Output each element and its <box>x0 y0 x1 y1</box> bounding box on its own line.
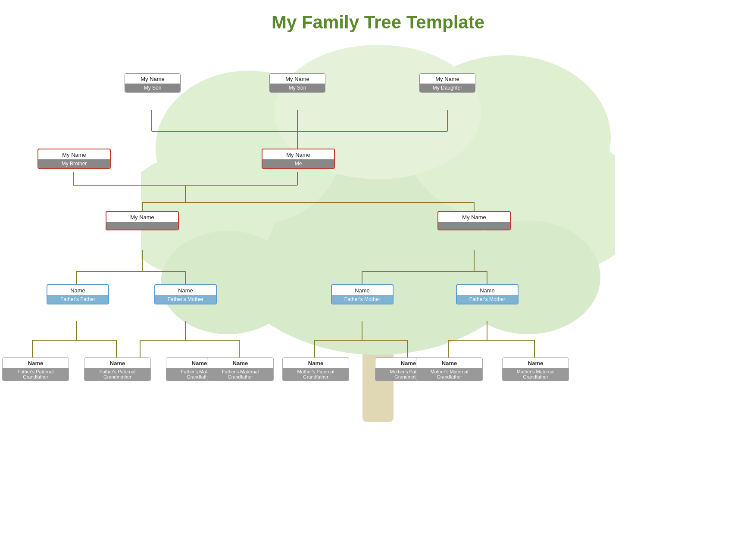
ggp2-label: Father's Paternal Grandmother <box>84 368 150 381</box>
brother-label: My Brother <box>38 159 110 168</box>
ggp4-name: Name <box>207 358 273 368</box>
pat-gm-node[interactable]: Name Father's Mother <box>154 284 217 304</box>
ggp8-label: Mother's Maternal Grandfather <box>503 368 569 381</box>
ggp7-name: Name <box>416 358 482 368</box>
mat-gf-node[interactable]: Name Father's Mother <box>331 284 394 304</box>
child1-name: My Name <box>125 74 180 84</box>
ggp4-node[interactable]: Name Father's Maternal Grandfather <box>207 357 274 381</box>
me-node[interactable]: My Name Me <box>262 149 335 169</box>
pat-gm-name: Name <box>155 285 216 295</box>
ggp5-name: Name <box>283 358 349 368</box>
me-label: Me <box>262 159 334 168</box>
svg-point-8 <box>456 220 600 334</box>
pat-gf-label: Father's Father <box>47 295 108 304</box>
ggp1-label: Father's Paternal Grandfather <box>3 368 69 381</box>
ggp7-node[interactable]: Name Mother's Maternal Grandfather <box>416 357 483 381</box>
brother-node[interactable]: My Name My Brother <box>37 149 111 169</box>
ggp1-node[interactable]: Name Father's Paternal Grandfather <box>2 357 69 381</box>
ggp5-node[interactable]: Name Mother's Paternal Grandfather <box>282 357 349 381</box>
ggp8-name: Name <box>503 358 569 368</box>
brother-name: My Name <box>38 149 110 159</box>
child2-label: My Son <box>270 84 325 92</box>
pat-gf-name: Name <box>47 285 108 295</box>
mat-gf-name: Name <box>332 285 393 295</box>
ggp8-node[interactable]: Name Mother's Maternal Grandfather <box>502 357 569 381</box>
father-name: My Name <box>106 212 178 222</box>
mother-label <box>438 222 510 230</box>
child3-node[interactable]: My Name My Daughter <box>419 73 475 93</box>
child1-node[interactable]: My Name My Son <box>125 73 181 93</box>
ggp7-label: Mother's Maternal Grandfather <box>416 368 482 381</box>
mat-gf-label: Father's Mother <box>332 295 393 304</box>
pat-gf-node[interactable]: Name Father's Father <box>47 284 109 304</box>
father-node[interactable]: My Name <box>106 211 179 230</box>
mat-gm-label: Father's Mother <box>457 295 518 304</box>
pat-gm-label: Father's Mother <box>155 295 216 304</box>
ggp2-name: Name <box>84 358 150 368</box>
page-title: My Family Tree Template <box>0 0 756 37</box>
mother-name: My Name <box>438 212 510 222</box>
child2-name: My Name <box>270 74 325 84</box>
ggp4-label: Father's Maternal Grandfather <box>207 368 273 381</box>
mat-gm-name: Name <box>457 285 518 295</box>
mat-gm-node[interactable]: Name Father's Mother <box>456 284 519 304</box>
ggp5-label: Mother's Paternal Grandfather <box>283 368 349 381</box>
ggp2-node[interactable]: Name Father's Paternal Grandmother <box>84 357 151 381</box>
me-name: My Name <box>262 149 334 159</box>
child3-label: My Daughter <box>420 84 475 92</box>
ggp1-name: Name <box>3 358 69 368</box>
mother-node[interactable]: My Name <box>437 211 511 230</box>
svg-point-7 <box>161 231 295 334</box>
child3-name: My Name <box>420 74 475 84</box>
child1-label: My Son <box>125 84 180 92</box>
father-label <box>106 222 178 230</box>
child2-node[interactable]: My Name My Son <box>269 73 325 93</box>
